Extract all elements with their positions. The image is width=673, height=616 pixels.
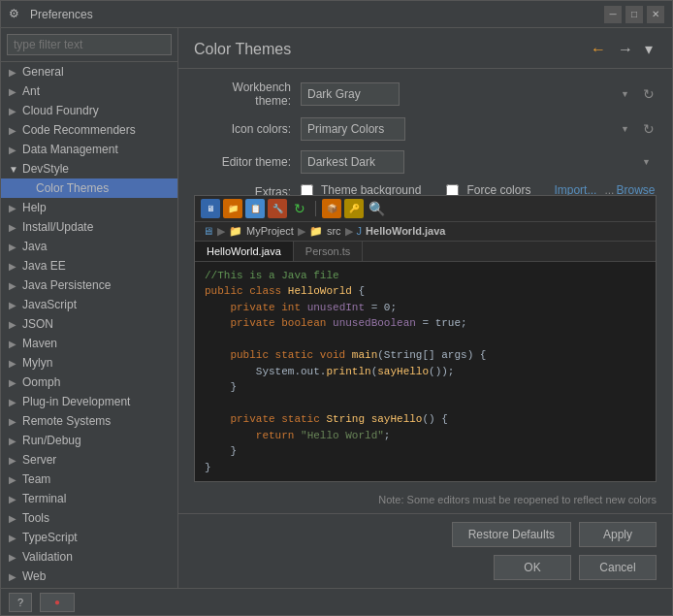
sidebar-item-remote-systems[interactable]: ▶ Remote Systems — [1, 411, 177, 431]
restore-defaults-button[interactable]: Restore Defaults — [452, 522, 571, 547]
sidebar-item-terminal[interactable]: ▶ Terminal — [1, 489, 177, 508]
preview-toolbar: 🖥 📁 📋 🔧 ↻ 📦 🔑 🔍 — [195, 196, 656, 222]
nav-menu-button[interactable]: ▾ — [641, 38, 657, 60]
preferences-window: ⚙ Preferences ─ □ ✕ ▶ General ▶ Ant — [0, 0, 673, 616]
extras-content: Theme background Force colors Import... … — [301, 183, 657, 195]
window-controls: ─ □ ✕ — [604, 6, 664, 23]
tool-icon-8[interactable]: 🔍 — [367, 199, 386, 218]
tool-icon-5[interactable]: ↻ — [290, 199, 309, 218]
icon-colors-refresh[interactable]: ↻ — [641, 119, 657, 139]
sidebar-item-general[interactable]: ▶ General — [1, 62, 177, 81]
help-icon: ? — [17, 597, 23, 608]
editor-theme-row: Editor theme: Darkest Dark Default Monok… — [194, 150, 657, 174]
maximize-button[interactable]: □ — [625, 6, 643, 23]
sidebar-item-cloud-foundry[interactable]: ▶ Cloud Foundry — [1, 101, 177, 120]
sidebar-item-install-update[interactable]: ▶ Install/Update — [1, 217, 177, 237]
extras-label: Extras: — [194, 183, 301, 195]
expand-arrow: ▶ — [9, 300, 22, 310]
expand-arrow: ▶ — [9, 145, 22, 155]
apply-button[interactable]: Apply — [579, 522, 657, 547]
browse-link[interactable]: Browse — [616, 183, 655, 195]
cancel-button[interactable]: Cancel — [579, 555, 657, 580]
code-line-3: private int unusedInt = 0; — [205, 300, 646, 316]
back-button[interactable]: ← — [587, 38, 610, 60]
tool-icon-7[interactable]: 🔑 — [344, 199, 364, 218]
sidebar-item-data-management[interactable]: ▶ Data Management — [1, 140, 177, 159]
tool-icon-4[interactable]: 🔧 — [268, 199, 287, 218]
sidebar-item-oomph[interactable]: ▶ Oomph — [1, 373, 177, 392]
sidebar-item-devstyle[interactable]: ▼ DevStyle — [1, 159, 177, 178]
tool-icon-6[interactable]: 📦 — [322, 199, 341, 218]
close-button[interactable]: ✕ — [647, 6, 664, 23]
workbench-theme-select[interactable]: Dark Gray Default High Contrast — [301, 82, 400, 106]
expand-arrow: ▶ — [9, 125, 22, 136]
force-colors-checkbox[interactable] — [446, 184, 459, 195]
sidebar-item-web[interactable]: ▶ Web — [1, 567, 177, 586]
force-colors-label[interactable]: Force colors — [466, 183, 530, 195]
breadcrumb-folder-icon: 📁 — [229, 225, 242, 238]
search-input[interactable] — [7, 34, 172, 55]
code-line-8: } — [205, 379, 646, 396]
sidebar-item-help[interactable]: ▶ Help — [1, 198, 177, 217]
workbench-theme-row: Workbench theme: Dark Gray Default High … — [194, 81, 657, 108]
expand-arrow: ▶ — [9, 552, 22, 563]
tool-icon-2[interactable]: 📁 — [223, 199, 242, 218]
preview-tabs: HelloWorld.java Person.ts — [195, 242, 656, 262]
sidebar-item-mylyn[interactable]: ▶ Mylyn — [1, 353, 177, 373]
right-panel: Color Themes ← → ▾ Workbench theme: Dark… — [178, 28, 672, 588]
code-line-6: public static void main(String[] args) { — [205, 347, 646, 364]
sidebar-item-server[interactable]: ▶ Server — [1, 450, 177, 470]
breadcrumb-folder1: src — [327, 225, 341, 237]
icon-colors-select-wrapper: Primary Colors Monochrome Vivid — [301, 117, 635, 141]
workbench-theme-refresh[interactable]: ↻ — [641, 84, 657, 104]
theme-background-checkbox[interactable] — [301, 184, 313, 195]
icon-colors-row: Icon colors: Primary Colors Monochrome V… — [194, 117, 657, 141]
sidebar-item-plugin-development[interactable]: ▶ Plug-in Development — [1, 392, 177, 411]
bottom-row2: OK Cancel — [194, 555, 657, 580]
sidebar-item-javascript[interactable]: ▶ JavaScript — [1, 295, 177, 314]
ok-button[interactable]: OK — [494, 555, 571, 580]
title-bar: ⚙ Preferences ─ □ ✕ — [1, 1, 672, 28]
sidebar-item-run-debug[interactable]: ▶ Run/Debug — [1, 431, 177, 450]
code-line-4: private boolean unusedBoolean = true; — [205, 315, 646, 332]
expand-arrow: ▶ — [9, 513, 22, 524]
minimize-button[interactable]: ─ — [604, 6, 622, 23]
import-link[interactable]: Import... — [554, 183, 596, 195]
theme-background-label[interactable]: Theme background — [321, 183, 421, 195]
tool-icon-1[interactable]: 🖥 — [201, 199, 220, 218]
sidebar-item-typescript[interactable]: ▶ TypeScript — [1, 528, 177, 547]
sidebar-item-color-themes[interactable]: ▶ Color Themes — [1, 178, 177, 198]
sidebar-item-validation[interactable]: ▶ Validation — [1, 547, 177, 567]
expand-arrow: ▶ — [9, 358, 22, 369]
expand-arrow: ▶ — [9, 455, 22, 466]
sidebar-item-team[interactable]: ▶ Team — [1, 470, 177, 489]
bottom-bar: Restore Defaults Apply OK Cancel — [178, 513, 672, 588]
help-button[interactable]: ? — [9, 593, 32, 612]
icon-colors-select[interactable]: Primary Colors Monochrome Vivid — [301, 117, 405, 141]
tool-icon-3[interactable]: 📋 — [245, 199, 265, 218]
status-bar: ? ● — [1, 588, 672, 615]
sidebar-item-maven[interactable]: ▶ Maven — [1, 334, 177, 353]
extras-row: Extras: Theme background Force colors Im… — [194, 183, 657, 195]
tree: ▶ General ▶ Ant ▶ Cloud Foundry ▶ Code R… — [1, 62, 177, 588]
sidebar-item-tools[interactable]: ▶ Tools — [1, 508, 177, 528]
sidebar-item-json[interactable]: ▶ JSON — [1, 314, 177, 334]
sidebar-item-ant[interactable]: ▶ Ant — [1, 81, 177, 101]
preview-breadcrumb: 🖥 ▶ 📁 MyProject ▶ 📁 src ▶ J HelloWorld.j… — [195, 222, 656, 242]
breadcrumb-project: MyProject — [246, 225, 294, 237]
window-icon: ⚙ — [9, 7, 24, 22]
editor-theme-select[interactable]: Darkest Dark Default Monokai Solarized D… — [301, 150, 404, 174]
sidebar-item-java[interactable]: ▶ Java — [1, 237, 177, 256]
sidebar-item-java-persistence[interactable]: ▶ Java Persistence — [1, 276, 177, 295]
preview-tab-helloworldjava[interactable]: HelloWorld.java — [195, 242, 294, 261]
theme-background-row: Theme background Force colors Import... … — [301, 183, 657, 195]
note-bar: Note: Some editors must be reopened to r… — [178, 490, 672, 513]
sidebar-item-java-ee[interactable]: ▶ Java EE — [1, 256, 177, 276]
search-box — [1, 28, 177, 62]
preview-tab-personts[interactable]: Person.ts — [294, 242, 363, 261]
forward-button[interactable]: → — [614, 38, 637, 60]
record-button[interactable]: ● — [40, 593, 75, 612]
expand-arrow: ▶ — [9, 474, 22, 485]
expand-arrow: ▶ — [9, 280, 22, 291]
sidebar-item-code-recommenders[interactable]: ▶ Code Recommenders — [1, 120, 177, 140]
